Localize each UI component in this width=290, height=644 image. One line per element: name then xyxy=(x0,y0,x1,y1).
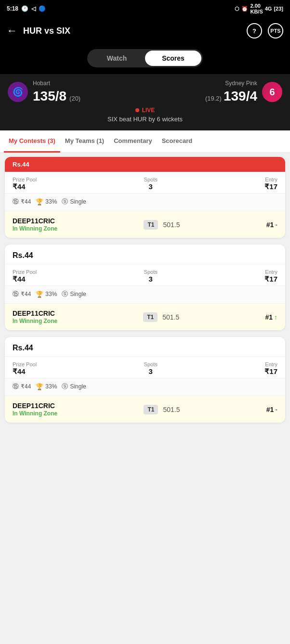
prize-pool-1: Prize Pool ₹44 xyxy=(13,269,37,283)
badge-trophy-0: 🏆 33% xyxy=(36,198,57,206)
speed-text: 2.00KB/S xyxy=(250,3,263,14)
bluetooth-icon: ⬡ xyxy=(235,6,239,12)
main-tabs: My Contests (3) My Teams (1) Commentary … xyxy=(0,130,290,153)
badge-single-0: ⓢ Single xyxy=(62,197,86,206)
team-name-block-1: DEEP11CRIC In Winning Zone xyxy=(13,309,57,324)
tab-commentary[interactable]: Commentary xyxy=(109,130,157,153)
score-section: 🌀 Hobart 135/8 (20) 6 Sydney Pink 139/4 … xyxy=(0,74,290,130)
team1-score: 135/8 xyxy=(33,89,66,104)
tab-toggle: Watch Scores xyxy=(0,44,290,74)
live-indicator: LIVE xyxy=(8,107,282,114)
spots-2: Spots 3 xyxy=(144,361,158,376)
contest-card-partial: Rs.44 Prize Pool ₹44 Spots 3 Entry ₹17 ⑮… xyxy=(5,157,285,238)
spots-1: Spots 3 xyxy=(144,269,158,283)
partial-header: Rs.44 xyxy=(5,157,285,172)
contest-card-2: Rs.44 Prize Pool ₹44 Spots 3 Entry ₹17 ⑮… xyxy=(5,337,285,423)
match-result: SIX beat HUR by 6 wickets xyxy=(8,116,282,123)
team1-block: 🌀 Hobart 135/8 (20) xyxy=(8,80,80,104)
badge-trophy-1: 🏆 33% xyxy=(36,291,57,298)
team-row-1[interactable]: DEEP11CRIC In Winning Zone T1 501.5 #1 ↑ xyxy=(5,304,285,330)
team1-info: Hobart 135/8 (20) xyxy=(33,80,80,104)
card-header-2: Rs.44 xyxy=(5,337,285,357)
app-icon: 🔵 xyxy=(39,5,46,12)
spots-0: Spots 3 xyxy=(144,177,158,191)
header-title: HUR vs SIX xyxy=(23,26,70,36)
card-badges-1: ⑮ ₹44 🏆 33% ⓢ Single xyxy=(5,285,285,304)
live-dot xyxy=(135,108,139,112)
entry-2: Entry ₹17 xyxy=(264,361,277,376)
score-row: 🌀 Hobart 135/8 (20) 6 Sydney Pink 139/4 … xyxy=(8,80,282,104)
team-row-2[interactable]: DEEP11CRIC In Winning Zone T1 501.5 #1 - xyxy=(5,396,285,423)
status-left: 5:18 🕐 ◁ 🔵 xyxy=(7,5,46,12)
back-button[interactable]: ← xyxy=(7,25,17,37)
entry-0: Entry ₹17 xyxy=(264,177,277,191)
badge-prize-1: ⑮ ₹44 xyxy=(13,290,31,298)
points-button[interactable]: PTS xyxy=(268,23,283,39)
team-badge-block-0: T1 501.5 xyxy=(144,220,180,230)
card-meta-1: Prize Pool ₹44 Spots 3 Entry ₹17 xyxy=(5,264,285,285)
header-left: ← HUR vs SIX xyxy=(7,25,70,37)
rank-block-0: #1 - xyxy=(266,221,277,229)
team-badge-block-2: T1 501.5 xyxy=(144,405,180,414)
app-header: ← HUR vs SIX ? PTS xyxy=(0,17,290,44)
team2-name: Sydney Pink xyxy=(205,80,257,87)
card-badges-0: ⑮ ₹44 🏆 33% ⓢ Single xyxy=(5,193,285,211)
scores-tab-button[interactable]: Scores xyxy=(145,51,201,66)
team2-score: 139/4 xyxy=(224,89,257,104)
team2-logo: 6 xyxy=(262,82,282,102)
team2-info: Sydney Pink 139/4 (19.2) xyxy=(205,80,257,104)
team2-overs: (19.2) xyxy=(205,95,222,102)
chat-button[interactable]: ? xyxy=(247,23,262,39)
badge-single-1: ⓢ Single xyxy=(62,290,86,298)
rank-block-2: #1 - xyxy=(266,406,277,413)
team1-logo: 🌀 xyxy=(8,82,28,102)
team2-block: 6 Sydney Pink 139/4 (19.2) xyxy=(205,80,282,104)
entry-1: Entry ₹17 xyxy=(264,269,277,283)
team-name-block-2: DEEP11CRIC In Winning Zone xyxy=(13,402,57,417)
card-meta-2: Prize Pool ₹44 Spots 3 Entry ₹17 xyxy=(5,357,285,378)
alarm-icon: ⏰ xyxy=(241,6,248,12)
team1-overs: (20) xyxy=(69,95,80,102)
watch-tab-button[interactable]: Watch xyxy=(89,51,145,66)
battery-icon: [23] xyxy=(274,6,283,12)
header-right: ? PTS xyxy=(247,23,283,39)
tab-my-contests[interactable]: My Contests (3) xyxy=(4,130,60,153)
tab-scorecard[interactable]: Scorecard xyxy=(157,130,198,153)
status-right: ⬡ ⏰ 2.00KB/S 4G [23] xyxy=(235,3,283,14)
contest-card-1: Rs.44 Prize Pool ₹44 Spots 3 Entry ₹17 ⑮… xyxy=(5,245,285,330)
live-label: LIVE xyxy=(142,107,155,114)
team-row-0[interactable]: DEEP11CRIC In Winning Zone T1 501.5 #1 - xyxy=(5,211,285,238)
team-name-block-0: DEEP11CRIC In Winning Zone xyxy=(13,217,57,232)
team1-name: Hobart xyxy=(33,80,80,87)
card-badges-2: ⑮ ₹44 🏆 33% ⓢ Single xyxy=(5,378,285,396)
card-header-1: Rs.44 xyxy=(5,245,285,264)
card-meta-0: Prize Pool ₹44 Spots 3 Entry ₹17 xyxy=(5,172,285,193)
badge-prize-0: ⑮ ₹44 xyxy=(13,197,31,206)
location-icon: ◁ xyxy=(31,5,36,12)
contests-container: Rs.44 Prize Pool ₹44 Spots 3 Entry ₹17 ⑮… xyxy=(0,153,290,439)
badge-trophy-2: 🏆 33% xyxy=(36,383,57,390)
prize-pool-0: Prize Pool ₹44 xyxy=(13,177,37,191)
status-bar: 5:18 🕐 ◁ 🔵 ⬡ ⏰ 2.00KB/S 4G [23] xyxy=(0,0,290,17)
badge-prize-2: ⑮ ₹44 xyxy=(13,382,31,391)
toggle-container: Watch Scores xyxy=(87,49,203,67)
team-badge-block-1: T1 501.5 xyxy=(143,312,179,322)
clock-icon: 🕐 xyxy=(21,5,28,12)
network-icon: 4G xyxy=(265,6,272,12)
rank-block-1: #1 ↑ xyxy=(265,313,277,321)
tab-my-teams[interactable]: My Teams (1) xyxy=(60,130,109,153)
badge-single-2: ⓢ Single xyxy=(62,382,86,391)
prize-pool-2: Prize Pool ₹44 xyxy=(13,361,37,376)
status-time: 5:18 xyxy=(7,5,18,12)
